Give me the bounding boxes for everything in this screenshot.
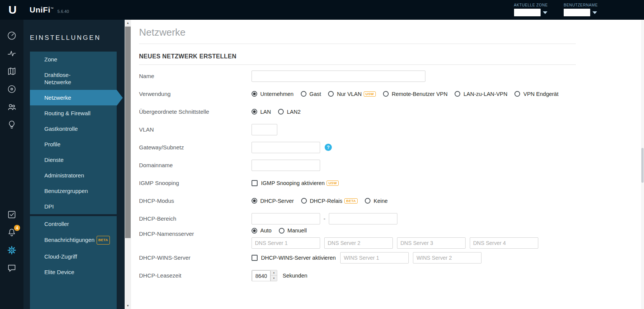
domain-input[interactable] xyxy=(252,160,320,171)
radio-lan-zu-lan-vpn[interactable]: LAN-zu-LAN-VPN xyxy=(455,91,507,97)
radio-dhcp-relais[interactable]: DHCP-RelaisBETA xyxy=(301,198,358,204)
radio-label: DHCP-Relais xyxy=(310,198,342,204)
radio-label: Gast xyxy=(309,91,321,97)
radio-nur-vlan[interactable]: Nur VLANUSW xyxy=(328,91,375,97)
sidebar-item-profile[interactable]: Profile xyxy=(30,136,117,152)
sidebar-item-label: Gastkontrolle xyxy=(44,125,78,132)
notification-count-badge: 4 xyxy=(14,225,20,231)
sidebar-item-benachrichtigungen[interactable]: BenachrichtigungenBETA xyxy=(30,232,117,249)
sidebar-item-routing-firewall[interactable]: Routing & Firewall xyxy=(30,105,117,121)
page-scrollbar-thumb[interactable] xyxy=(641,148,644,183)
radio-dns-auto[interactable]: Auto xyxy=(252,227,272,234)
form-row-schnittstelle: Übergeordnete Schnittstelle LAN LAN2 xyxy=(139,103,576,121)
sidebar-item-cloud-zugriff[interactable]: Cloud-Zugriff xyxy=(30,249,117,264)
radio-remote-benutzer-vpn[interactable]: Remote-Benutzer VPN xyxy=(383,91,447,97)
vlan-label: VLAN xyxy=(139,126,252,133)
sidebar-item-administratoren[interactable]: Administratoren xyxy=(30,168,117,183)
radio-icon[interactable] xyxy=(252,198,257,204)
dns-server-2-input[interactable] xyxy=(324,237,393,249)
sidebar-item-netzwerke[interactable]: Netzwerke xyxy=(30,90,117,105)
chat-icon[interactable] xyxy=(6,262,17,274)
spinner-up-icon[interactable] xyxy=(271,270,277,276)
sidebar-item-zone[interactable]: Zone xyxy=(30,52,117,67)
page-title: Netzwerke xyxy=(139,27,576,38)
events-icon[interactable] xyxy=(6,209,17,220)
dashboard-icon[interactable] xyxy=(6,30,17,41)
zone-select-box[interactable] xyxy=(514,9,541,16)
igmp-checkbox[interactable] xyxy=(252,180,258,186)
radio-label: VPN Endgerät xyxy=(523,91,558,97)
sidebar-item-gastkontrolle[interactable]: Gastkontrolle xyxy=(30,121,117,136)
clients-icon[interactable] xyxy=(6,101,17,113)
insights-icon[interactable] xyxy=(6,119,17,130)
sidebar-item-drahtlose-netzwerke[interactable]: Drahtlose- Netzwerke xyxy=(30,67,117,90)
radio-icon[interactable] xyxy=(279,228,284,234)
sidebar-item-label: Benutzergruppen xyxy=(44,188,88,194)
radio-lan2[interactable]: LAN2 xyxy=(278,109,300,115)
dhcp-bereich-label: DHCP-Bereich xyxy=(139,215,252,222)
beta-badge: BETA xyxy=(344,198,358,204)
form-row-dhcp-namensserver: DHCP-Namensserver Auto Manuell xyxy=(139,227,576,249)
statistics-icon[interactable] xyxy=(6,48,17,59)
spinner-down-icon[interactable] xyxy=(271,276,277,281)
sidebar-item-controller[interactable]: Controller xyxy=(30,216,117,232)
radio-unternehmen[interactable]: Unternehmen xyxy=(252,91,294,97)
unifi-logo-icon[interactable]: U xyxy=(6,3,19,16)
radio-vpn-endgeraet[interactable]: VPN Endgerät xyxy=(514,91,558,97)
help-icon[interactable]: ? xyxy=(325,144,332,151)
sidebar-item-dienste[interactable]: Dienste xyxy=(30,152,117,168)
section-title: NEUES NETZWERK ERSTELLEN xyxy=(139,53,576,60)
dns-server-3-input[interactable] xyxy=(397,237,466,249)
radio-icon[interactable] xyxy=(455,91,460,97)
radio-icon[interactable] xyxy=(328,91,334,97)
radio-icon[interactable] xyxy=(301,91,306,97)
sidebar-item-dpi[interactable]: DPI xyxy=(30,199,117,214)
devices-icon[interactable] xyxy=(6,83,17,95)
sidebar-item-label: Cloud-Zugriff xyxy=(44,253,77,260)
chevron-down-icon[interactable] xyxy=(543,11,547,14)
dns-server-1-input[interactable] xyxy=(252,237,320,249)
lease-input[interactable] xyxy=(252,270,270,281)
radio-icon[interactable] xyxy=(301,198,307,204)
dns-server-4-input[interactable] xyxy=(470,237,538,249)
scroll-down-arrow-icon[interactable] xyxy=(125,303,131,309)
radio-dhcp-server[interactable]: DHCP-Server xyxy=(252,198,294,204)
wins-server-1-input[interactable] xyxy=(340,252,409,264)
radio-icon[interactable] xyxy=(514,91,520,97)
radio-icon[interactable] xyxy=(252,109,257,115)
dhcp-range-start-input[interactable] xyxy=(252,213,320,224)
radio-icon[interactable] xyxy=(252,91,257,97)
zone-select[interactable] xyxy=(514,9,547,16)
name-input[interactable] xyxy=(252,71,425,82)
sidebar-scrollbar[interactable] xyxy=(125,20,131,309)
username-select-box[interactable] xyxy=(564,9,590,16)
wins-checkbox-label: DHCP-WINS-Server aktivieren xyxy=(261,255,336,261)
sidebar-item-benutzergruppen[interactable]: Benutzergruppen xyxy=(30,183,117,199)
gateway-label: Gateway/Subnetz xyxy=(139,144,252,151)
radio-label: Auto xyxy=(260,227,272,234)
radio-dns-manuell[interactable]: Manuell xyxy=(279,227,307,234)
map-icon[interactable] xyxy=(6,66,17,77)
radio-lan[interactable]: LAN xyxy=(252,109,271,115)
gateway-input[interactable] xyxy=(252,142,320,153)
scrollbar-thumb[interactable] xyxy=(125,27,131,238)
vlan-input[interactable] xyxy=(252,124,277,135)
usw-badge: USW xyxy=(364,91,376,97)
alerts-bell-icon[interactable]: 4 xyxy=(6,227,17,238)
dhcp-range-end-input[interactable] xyxy=(329,213,397,224)
username-select[interactable] xyxy=(564,9,597,16)
settings-gear-icon[interactable] xyxy=(6,245,17,256)
chevron-down-icon[interactable] xyxy=(592,11,597,14)
radio-icon[interactable] xyxy=(252,228,257,234)
radio-icon[interactable] xyxy=(365,198,370,204)
scroll-up-arrow-icon[interactable] xyxy=(125,20,131,26)
number-spinner xyxy=(270,270,277,281)
wins-checkbox[interactable] xyxy=(252,255,258,261)
sidebar-item-elite-device[interactable]: Elite Device xyxy=(30,264,117,280)
radio-keine[interactable]: Keine xyxy=(365,198,388,204)
radio-icon[interactable] xyxy=(383,91,389,97)
radio-icon[interactable] xyxy=(278,109,284,115)
page-scrollbar[interactable] xyxy=(641,20,644,309)
radio-gast[interactable]: Gast xyxy=(301,91,321,97)
wins-server-2-input[interactable] xyxy=(413,252,481,264)
